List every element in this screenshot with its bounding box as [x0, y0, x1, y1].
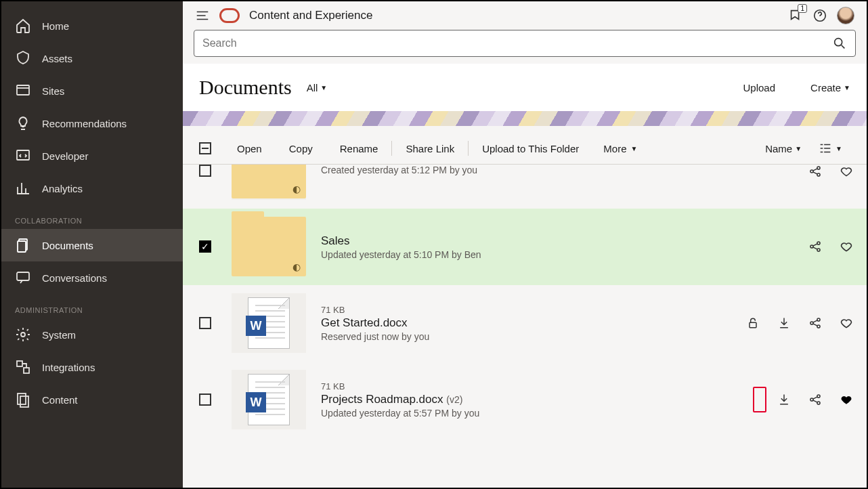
- folder-thumb: ◐: [232, 165, 306, 200]
- page-title: Documents: [199, 76, 292, 99]
- highlight: [753, 387, 766, 412]
- folder-thumb: ◐: [232, 217, 306, 276]
- sidebar-item-conversations[interactable]: Conversations: [1, 261, 183, 294]
- row-checkbox[interactable]: [199, 165, 211, 177]
- document-list: ◐ Created yesterday at 5:12 PM by you ✓ …: [183, 164, 867, 488]
- svg-rect-3: [18, 241, 26, 252]
- row-subtitle: Updated yesterday at 5:10 PM by Ben: [321, 249, 808, 260]
- rename-button[interactable]: Rename: [326, 143, 392, 154]
- search-input[interactable]: [202, 37, 832, 49]
- search-icon[interactable]: [832, 36, 847, 51]
- row-size: 71 KB: [321, 305, 746, 315]
- sidebar-item-analytics[interactable]: Analytics: [1, 172, 183, 205]
- share-link-button[interactable]: Share Link: [392, 143, 468, 154]
- row-name: Sales: [321, 234, 808, 248]
- svg-rect-18: [750, 322, 756, 328]
- share-icon[interactable]: [808, 240, 822, 253]
- shared-icon: ◐: [292, 261, 301, 272]
- share-icon[interactable]: [808, 393, 822, 406]
- file-thumb: W: [232, 370, 306, 429]
- file-thumb: W: [232, 293, 306, 353]
- gear-icon: [15, 326, 31, 343]
- sidebar-label: Documents: [42, 240, 93, 251]
- bulb-icon: [15, 115, 31, 131]
- documents-icon: [15, 237, 31, 253]
- open-button[interactable]: Open: [223, 143, 276, 154]
- row-checkbox[interactable]: [199, 317, 211, 329]
- sidebar-item-sites[interactable]: Sites: [1, 75, 183, 107]
- row-size: 71 KB: [321, 381, 753, 391]
- sidebar-label: Home: [42, 20, 69, 32]
- share-icon[interactable]: [808, 165, 822, 178]
- sidebar-label: Conversations: [42, 272, 107, 284]
- search-bar[interactable]: [194, 30, 856, 57]
- conversations-icon: [15, 270, 31, 286]
- list-row[interactable]: ✓ ◐ Sales Updated yesterday at 5:10 PM b…: [183, 209, 867, 285]
- sidebar-item-content[interactable]: Content: [1, 383, 183, 416]
- sidebar-item-assets[interactable]: Assets: [1, 42, 183, 75]
- caret-down-icon: ▼: [320, 84, 327, 91]
- sidebar-item-recommendations[interactable]: Recommendations: [1, 107, 183, 140]
- favorite-icon[interactable]: [840, 316, 853, 330]
- sidebar-item-system[interactable]: System: [1, 318, 183, 351]
- action-toolbar: Open Copy Rename Share Link Upload to Th…: [183, 126, 867, 164]
- row-checkbox[interactable]: ✓: [199, 240, 211, 253]
- sidebar: Home Assets Sites Recommendations Develo…: [1, 1, 183, 488]
- sidebar-label: Sites: [42, 85, 64, 97]
- row-checkbox[interactable]: [199, 394, 211, 406]
- notifications-icon[interactable]: 1: [788, 8, 803, 23]
- sidebar-section-collab: COLLABORATION: [1, 205, 183, 229]
- favorite-filled-icon[interactable]: [840, 393, 853, 406]
- svg-rect-0: [17, 85, 29, 95]
- lock-icon[interactable]: [746, 316, 760, 330]
- sites-icon: [15, 83, 31, 99]
- favorite-icon[interactable]: [840, 240, 853, 253]
- svg-rect-4: [17, 272, 29, 280]
- assets-icon: [15, 50, 31, 66]
- list-row[interactable]: ◐ Created yesterday at 5:12 PM by you: [183, 165, 867, 209]
- sidebar-label: Content: [42, 394, 78, 406]
- share-icon[interactable]: [808, 316, 822, 330]
- svg-rect-6: [17, 361, 22, 366]
- svg-rect-1: [17, 150, 29, 160]
- brand-icon: [219, 8, 240, 23]
- notifications-badge: 1: [798, 4, 807, 13]
- developer-icon: [15, 148, 31, 164]
- upload-button[interactable]: Upload: [743, 82, 776, 93]
- sidebar-item-documents[interactable]: Documents: [1, 229, 183, 261]
- caret-down-icon: ▼: [836, 145, 842, 152]
- create-button[interactable]: Create▼: [810, 82, 850, 93]
- content-icon: [15, 391, 31, 408]
- sidebar-item-integrations[interactable]: Integrations: [1, 351, 183, 383]
- sidebar-label: Developer: [42, 150, 88, 162]
- list-row[interactable]: W 71 KB Get Started.docx Reserved just n…: [183, 285, 867, 362]
- row-name: Get Started.docx: [321, 316, 746, 330]
- svg-point-11: [835, 39, 842, 46]
- help-icon[interactable]: [812, 8, 827, 23]
- download-icon[interactable]: [777, 393, 791, 406]
- sidebar-label: Integrations: [42, 362, 95, 373]
- upload-to-folder-button[interactable]: Upload to This Folder: [469, 143, 592, 154]
- view-toggle[interactable]: ▼: [810, 141, 850, 156]
- page-head: Documents All▼ Upload Create▼: [183, 64, 867, 111]
- topbar: Content and Experience 1: [183, 1, 867, 30]
- main: Content and Experience 1 Documents All▼ …: [183, 1, 867, 488]
- avatar[interactable]: [837, 7, 854, 24]
- menu-icon[interactable]: [195, 8, 210, 23]
- sidebar-item-developer[interactable]: Developer: [1, 140, 183, 172]
- svg-rect-8: [18, 394, 26, 404]
- copy-button[interactable]: Copy: [276, 143, 326, 154]
- favorite-icon[interactable]: [840, 165, 853, 178]
- shared-icon: ◐: [292, 184, 301, 194]
- list-row[interactable]: W 71 KB Projects Roadmap.docx (v2) Updat…: [183, 362, 867, 438]
- sidebar-item-home[interactable]: Home: [1, 9, 183, 42]
- caret-down-icon: ▼: [795, 145, 802, 152]
- caret-down-icon: ▼: [630, 145, 637, 152]
- download-icon[interactable]: [777, 316, 791, 330]
- filter-dropdown[interactable]: All▼: [307, 82, 328, 93]
- select-all-checkbox[interactable]: [199, 142, 211, 154]
- svg-rect-9: [20, 396, 28, 407]
- more-dropdown[interactable]: More▼: [592, 143, 648, 154]
- sidebar-label: Analytics: [42, 183, 83, 194]
- sort-dropdown[interactable]: Name▼: [757, 143, 810, 154]
